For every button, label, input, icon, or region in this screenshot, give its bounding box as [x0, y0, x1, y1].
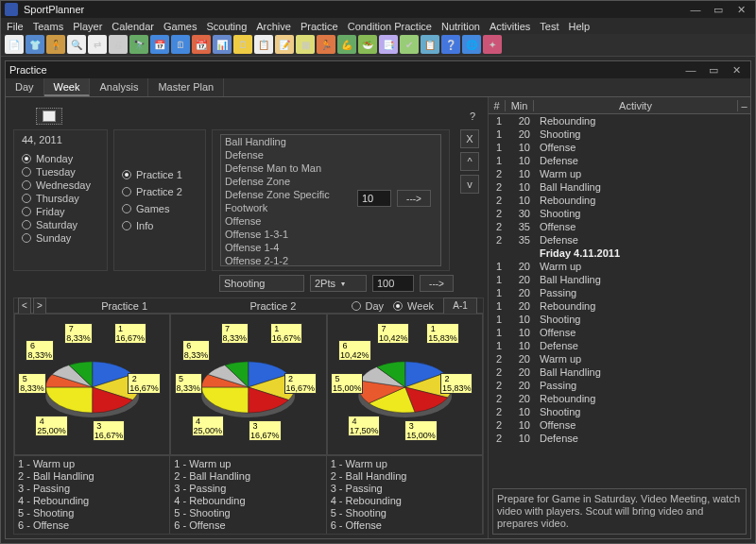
table-row[interactable]: 110Shooting	[489, 313, 750, 326]
table-row[interactable]: 220Ball Handling	[489, 366, 750, 379]
activity-button[interactable]: 📑	[379, 35, 398, 54]
table-row[interactable]: 220Warm up	[489, 352, 750, 366]
table-row[interactable]: 210Ball Handling	[489, 180, 750, 194]
tab-day[interactable]: Day	[6, 78, 44, 96]
table-row[interactable]: 210Shooting	[489, 405, 750, 418]
chart-prev-button[interactable]: <	[18, 298, 31, 314]
menu-file[interactable]: File	[7, 21, 24, 32]
tab-analysis[interactable]: Analysis	[90, 78, 148, 96]
table-row[interactable]: 220Rebounding	[489, 392, 750, 405]
scout-button[interactable]: 🔭	[129, 35, 148, 54]
activity-option[interactable]: Defense Man to Man	[221, 162, 440, 175]
print-button[interactable]: 🖨	[109, 35, 128, 54]
chart-next-button[interactable]: >	[33, 298, 46, 314]
table-row[interactable]: 120Shooting	[489, 128, 750, 141]
day-sunday[interactable]: Sunday	[22, 232, 99, 244]
day-tuesday[interactable]: Tuesday	[22, 166, 99, 178]
team-button[interactable]: 👕	[26, 35, 44, 54]
tab-week[interactable]: Week	[44, 78, 91, 96]
tab-master-plan[interactable]: Master Plan	[148, 78, 224, 96]
col-collapse-icon[interactable]: –	[737, 100, 750, 111]
table-row[interactable]: 110Offense	[489, 141, 750, 154]
swap-button[interactable]: ⇄	[88, 35, 107, 54]
sub-maximize-button[interactable]: ▭	[703, 63, 724, 76]
close-button[interactable]: ✕	[730, 3, 751, 16]
week-button[interactable]: 🗒	[233, 35, 252, 54]
clipboard-button[interactable]: 📋	[421, 35, 439, 54]
minimize-button[interactable]: —	[685, 3, 706, 16]
menu-test[interactable]: Test	[540, 21, 558, 32]
plan-button[interactable]: 📋	[254, 35, 273, 54]
sub-close-button[interactable]: ✕	[726, 63, 747, 76]
activity-option[interactable]: Defense Zone	[221, 175, 440, 188]
menu-player[interactable]: Player	[73, 21, 102, 32]
table-row[interactable]: 210Warm up	[489, 167, 750, 180]
menu-help[interactable]: Help	[569, 21, 591, 32]
chart-scope-day[interactable]: Day	[352, 300, 385, 312]
grid-button[interactable]: ▦	[296, 35, 315, 54]
menu-calendar[interactable]: Calendar	[112, 21, 154, 32]
menu-nutrition[interactable]: Nutrition	[441, 21, 480, 32]
calendar-3-button[interactable]: 📆	[192, 35, 211, 54]
side-btn-v[interactable]: v	[460, 175, 479, 194]
menu-condition-practice[interactable]: Condition Practice	[348, 21, 432, 32]
table-row[interactable]: 210Defense	[489, 432, 750, 445]
sub-minimize-button[interactable]: —	[680, 63, 701, 76]
search-button[interactable]: 🔍	[67, 35, 86, 54]
chart-a1-button[interactable]: A-1	[443, 298, 477, 314]
table-row[interactable]: 235Defense	[489, 233, 750, 246]
table-row[interactable]: 110Defense	[489, 339, 750, 352]
table-row[interactable]: 220Passing	[489, 379, 750, 392]
table-row[interactable]: 110Defense	[489, 154, 750, 167]
day-friday[interactable]: Friday	[22, 206, 99, 217]
table-row[interactable]: 230Shooting	[489, 207, 750, 220]
shooting-value-input[interactable]	[372, 275, 414, 292]
activity-option[interactable]: Offense 1-4	[221, 241, 440, 254]
activity-option[interactable]: Defense	[221, 148, 440, 162]
assign-button[interactable]: --->	[397, 190, 431, 207]
day-thursday[interactable]: Thursday	[22, 193, 99, 204]
table-row[interactable]: 120Passing	[489, 286, 750, 299]
day-wednesday[interactable]: Wednesday	[22, 179, 99, 191]
globe-button[interactable]: 🌐	[462, 35, 481, 54]
maximize-button[interactable]: ▭	[708, 3, 729, 16]
test-button[interactable]: ✔	[400, 35, 419, 54]
activity-option[interactable]: Ball Handling	[221, 135, 440, 148]
practice-button[interactable]: 🏃	[317, 35, 335, 54]
ptype-practice-1[interactable]: Practice 1	[122, 169, 198, 180]
player-button[interactable]: 🧍	[46, 35, 65, 54]
calendar-2-button[interactable]: 🗓	[171, 35, 190, 54]
table-row[interactable]: 110Offense	[489, 326, 750, 339]
shooting-combo-b[interactable]: 2Pts▾	[310, 275, 367, 292]
nutrition-button[interactable]: 🥗	[358, 35, 377, 54]
table-row[interactable]: 120Rebounding	[489, 299, 750, 313]
calendar-1-button[interactable]: 📅	[150, 35, 169, 54]
table-row[interactable]: 120Warm up	[489, 260, 750, 273]
help-icon[interactable]: ?	[465, 109, 480, 124]
date-picker[interactable]	[36, 108, 62, 125]
shooting-combo-a[interactable]: Shooting	[219, 275, 304, 292]
chart-scope-week[interactable]: Week	[393, 300, 434, 312]
chart-button[interactable]: 📊	[213, 35, 232, 54]
day-monday[interactable]: Monday	[22, 153, 99, 164]
ptype-games[interactable]: Games	[122, 203, 198, 214]
help-button[interactable]: ❔	[441, 35, 460, 54]
ptype-info[interactable]: Info	[122, 220, 198, 231]
menu-practice[interactable]: Practice	[301, 21, 338, 32]
activity-option[interactable]: Offense 2-1-2	[221, 254, 440, 266]
menu-scouting[interactable]: Scouting	[206, 21, 247, 32]
table-row[interactable]: 210Offense	[489, 418, 750, 432]
new-file-button[interactable]: 📄	[5, 35, 24, 54]
cond-button[interactable]: 💪	[337, 35, 356, 54]
side-btn-^[interactable]: ^	[460, 152, 479, 171]
table-row[interactable]: 235Offense	[489, 220, 750, 233]
activity-table-body[interactable]: 120Rebounding120Shooting110Offense110Def…	[489, 114, 750, 484]
activity-option[interactable]: Offense	[221, 214, 440, 228]
menu-activities[interactable]: Activities	[490, 21, 530, 32]
shooting-assign-button[interactable]: --->	[420, 275, 454, 292]
day-saturday[interactable]: Saturday	[22, 219, 99, 230]
menu-teams[interactable]: Teams	[33, 21, 63, 32]
note-button[interactable]: 📝	[275, 35, 294, 54]
duration-spinner[interactable]	[357, 190, 391, 207]
table-row[interactable]: 120Ball Handling	[489, 273, 750, 286]
